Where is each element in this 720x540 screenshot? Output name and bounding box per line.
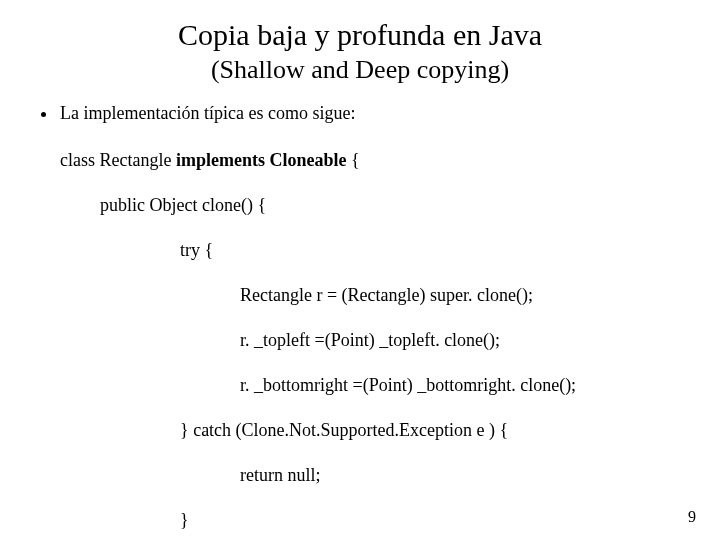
bullet-list: La implementación típica es como sigue: … <box>30 102 690 540</box>
code-line: return null; <box>60 464 690 487</box>
code-text: { <box>346 150 359 170</box>
code-line: r. _bottomright =(Point) _bottomright. c… <box>60 374 690 397</box>
bullet-text: La implementación típica es como sigue: <box>60 103 355 123</box>
slide-subtitle: (Shallow and Deep copying) <box>30 55 690 85</box>
code-line: r. _topleft =(Point) _topleft. clone(); <box>60 329 690 352</box>
code-text: class Rectangle <box>60 150 176 170</box>
code-line: } <box>60 509 690 532</box>
slide-title: Copia baja y profunda en Java <box>30 18 690 53</box>
slide: Copia baja y profunda en Java (Shallow a… <box>0 0 720 540</box>
code-line: } catch (Clone.Not.Supported.Exception e… <box>60 419 690 442</box>
bullet-item: La implementación típica es como sigue: … <box>58 102 690 540</box>
code-block: class Rectangle implements Cloneable { p… <box>60 127 690 540</box>
page-number: 9 <box>688 508 696 526</box>
code-line: public Object clone() { <box>60 194 690 217</box>
code-line: try { <box>60 239 690 262</box>
code-line: class Rectangle implements Cloneable { <box>60 149 690 172</box>
code-keyword: implements Cloneable <box>176 150 347 170</box>
code-line: Rectangle r = (Rectangle) super. clone()… <box>60 284 690 307</box>
slide-body: La implementación típica es como sigue: … <box>30 102 690 540</box>
